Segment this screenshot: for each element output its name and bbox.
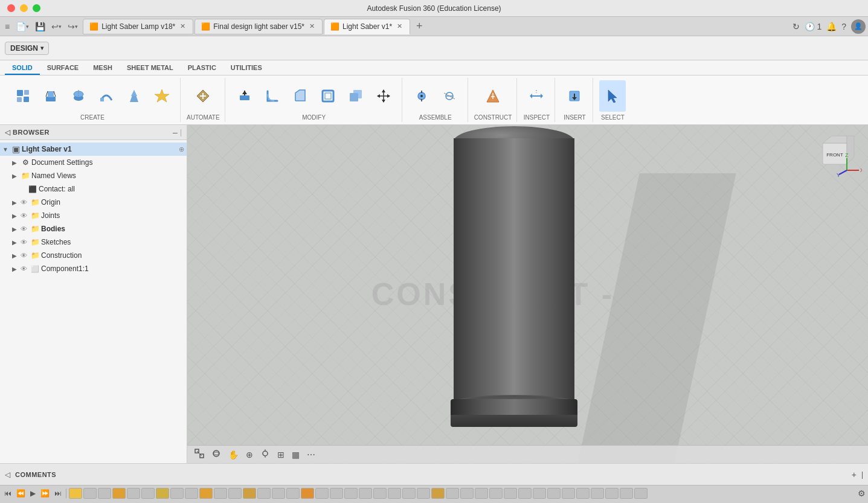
timeline-tick-27[interactable]	[460, 488, 474, 499]
tab-solid[interactable]: SOLID	[5, 62, 40, 75]
timeline-tick-37[interactable]	[605, 488, 619, 499]
shell-button[interactable]	[315, 80, 341, 112]
timeline-play-button[interactable]: ▶	[28, 489, 37, 498]
timeline-prev-button[interactable]: ⏪	[14, 489, 27, 498]
tab-lightsaber-lamp[interactable]: 🟧 Light Saber Lamp v18* ✕	[83, 19, 193, 34]
tree-joints[interactable]: ▶ 👁 📁 Joints	[0, 209, 187, 222]
timeline-tick-19[interactable]	[344, 488, 358, 499]
tab-sheet-metal[interactable]: SHEET METAL	[120, 62, 181, 75]
select-button[interactable]	[599, 80, 626, 112]
timeline-tick-26[interactable]	[446, 488, 459, 499]
doc-arrow[interactable]: ▶	[12, 159, 19, 166]
timeline-tick-1[interactable]	[83, 488, 97, 499]
tab-close-2[interactable]: ✕	[308, 22, 316, 30]
joints-eye[interactable]: 👁	[21, 212, 29, 219]
tree-component1[interactable]: ▶ 👁 ⬜ Component1:1	[0, 262, 187, 275]
maximize-button[interactable]	[33, 4, 40, 12]
browser-pin-button[interactable]: –	[173, 127, 178, 137]
sweep-button[interactable]	[93, 80, 120, 112]
move-button[interactable]	[370, 80, 397, 112]
tree-contact[interactable]: ▶ ⬛ Contact: all	[0, 182, 187, 196]
create-more-button[interactable]	[149, 80, 175, 112]
view-gizmo[interactable]: FRONT X Z Y	[814, 131, 862, 179]
collapse-icon[interactable]: ◁	[5, 128, 10, 136]
timeline-tick-12[interactable]	[243, 488, 256, 499]
origin-arrow[interactable]: ▶	[12, 199, 19, 206]
bodies-eye[interactable]: 👁	[21, 225, 29, 232]
close-button[interactable]	[7, 4, 15, 12]
construction-eye[interactable]: 👁	[21, 252, 29, 259]
timeline-tick-21[interactable]	[373, 488, 387, 499]
notification-icon[interactable]: 🔔	[826, 22, 837, 31]
timeline-tick-39[interactable]	[634, 488, 648, 499]
revolve-button[interactable]	[65, 80, 92, 112]
tree-origin[interactable]: ▶ 👁 📁 Origin	[0, 196, 187, 209]
fillet-button[interactable]	[259, 80, 286, 112]
collapse-comments-icon[interactable]: ◁	[5, 470, 10, 479]
grid-snap-button[interactable]: ▦	[289, 449, 302, 461]
avatar[interactable]: 👤	[851, 19, 866, 34]
timeline-tick-25[interactable]	[431, 488, 445, 499]
file-dropdown[interactable]: 📄▾	[13, 21, 31, 33]
help-icon[interactable]: ?	[841, 22, 846, 31]
timeline-tick-36[interactable]	[591, 488, 604, 499]
add-comment-button[interactable]: +	[852, 470, 857, 479]
timeline-tick-34[interactable]	[562, 488, 575, 499]
timeline-tick-24[interactable]	[417, 488, 430, 499]
timeline-tick-30[interactable]	[504, 488, 517, 499]
timeline-tick-20[interactable]	[359, 488, 372, 499]
fit-view-button[interactable]	[192, 447, 207, 461]
zoom-button[interactable]: ⊕	[243, 449, 256, 461]
refresh-icon[interactable]: ↻	[792, 22, 800, 31]
tree-sketches[interactable]: ▶ 👁 📁 Sketches	[0, 235, 187, 249]
combine-button[interactable]	[342, 80, 369, 112]
tree-root[interactable]: ▼ ▣ Light Saber v1 ⊕	[0, 143, 187, 156]
origin-eye[interactable]: 👁	[21, 199, 29, 206]
insert-button[interactable]	[561, 80, 588, 112]
timeline-tick-17[interactable]	[315, 488, 329, 499]
timeline-tick-38[interactable]	[620, 488, 633, 499]
comments-panel[interactable]: ◁ COMMENTS + |	[0, 463, 868, 485]
timeline-tick-18[interactable]	[330, 488, 343, 499]
undo-button[interactable]: ↩▾	[49, 21, 64, 33]
timeline-tick-15[interactable]	[286, 488, 300, 499]
construct-button[interactable]	[480, 80, 506, 112]
sketches-arrow[interactable]: ▶	[12, 239, 19, 246]
display-mode-button[interactable]: ⊞	[275, 449, 287, 461]
assemble-more-button[interactable]	[436, 80, 463, 112]
timeline-tick-14[interactable]	[272, 488, 285, 499]
bodies-arrow[interactable]: ▶	[12, 226, 19, 232]
timeline-start-button[interactable]: ⏮	[2, 489, 13, 498]
timeline-tick-33[interactable]	[547, 488, 561, 499]
tree-bodies[interactable]: ▶ 👁 📁 Bodies	[0, 222, 187, 235]
viewport[interactable]: CONSTRUCT - FRON	[187, 125, 868, 463]
tree-document-settings[interactable]: ▶ ⚙ Document Settings	[0, 156, 187, 169]
comp1-arrow[interactable]: ▶	[12, 266, 19, 272]
timeline-tick-31[interactable]	[518, 488, 532, 499]
add-tab-button[interactable]: +	[414, 20, 425, 33]
timeline-tick-6[interactable]	[156, 488, 169, 499]
tab-lightsaber-v1[interactable]: 🟧 Light Saber v1* ✕	[324, 19, 410, 34]
tab-final-design[interactable]: 🟧 Final design light saber v15* ✕	[194, 19, 323, 34]
sketches-eye[interactable]: 👁	[21, 239, 29, 246]
timeline-tick-35[interactable]	[576, 488, 590, 499]
timeline-tick-0[interactable]	[69, 488, 82, 499]
tab-surface[interactable]: SURFACE	[40, 62, 86, 75]
chamfer-button[interactable]	[287, 80, 313, 112]
menu-button[interactable]: ≡	[2, 21, 12, 33]
joints-arrow[interactable]: ▶	[12, 213, 19, 219]
tree-named-views[interactable]: ▶ 📁 Named Views	[0, 169, 187, 182]
clock-icon[interactable]: 🕐 1	[805, 22, 822, 31]
assemble-joint-button[interactable]	[408, 80, 435, 112]
extrude-button[interactable]	[37, 80, 64, 112]
design-dropdown[interactable]: DESIGN ▾	[5, 42, 49, 55]
timeline-tick-32[interactable]	[533, 488, 546, 499]
views-arrow[interactable]: ▶	[12, 173, 19, 179]
more-view-options[interactable]: ⋯	[304, 449, 318, 461]
timeline-tick-13[interactable]	[257, 488, 271, 499]
root-arrow[interactable]: ▼	[2, 146, 10, 153]
timeline-tick-10[interactable]	[214, 488, 227, 499]
view-options-button[interactable]	[258, 447, 272, 461]
pan-button[interactable]: ✋	[226, 449, 241, 461]
comp1-eye[interactable]: 👁	[21, 265, 29, 272]
